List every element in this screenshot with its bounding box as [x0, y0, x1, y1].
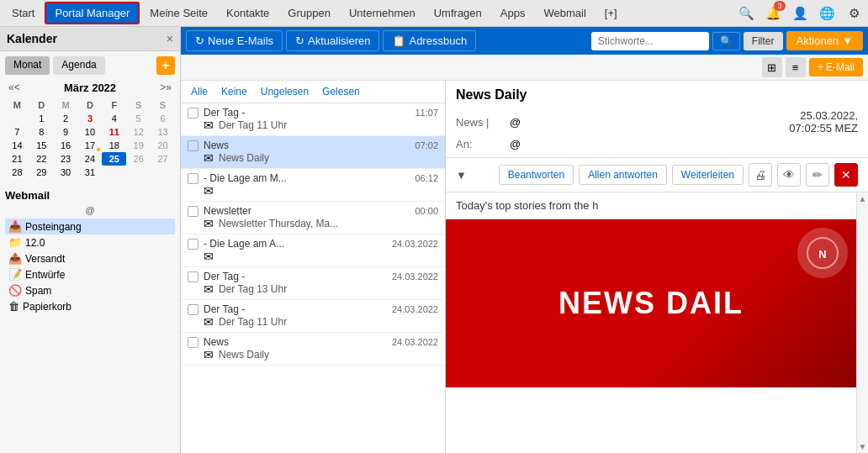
- calendar-day[interactable]: 5: [126, 112, 151, 125]
- webmail-folder-versandt[interactable]: 📤Versandt: [5, 250, 175, 266]
- scroll-up-arrow[interactable]: ▲: [859, 192, 867, 205]
- calendar-day[interactable]: 26: [126, 152, 151, 166]
- email-checkbox[interactable]: [188, 140, 198, 151]
- calendar-tab-month[interactable]: Monat: [5, 56, 50, 75]
- calendar-day[interactable]: 19: [126, 139, 151, 152]
- nav-item-plus[interactable]: [+]: [596, 3, 626, 23]
- grid-view-icon-btn[interactable]: ⊞: [762, 57, 782, 77]
- calendar-day[interactable]: 4: [102, 112, 126, 125]
- refresh-button[interactable]: ↻ Aktualisieren: [286, 30, 379, 51]
- nav-item-portal-manager[interactable]: Portal Manager: [45, 2, 140, 24]
- nav-item-umfragen[interactable]: Umfragen: [426, 3, 490, 23]
- scroll-down-arrow[interactable]: ▼: [859, 440, 867, 453]
- nav-item-gruppen[interactable]: Gruppen: [279, 3, 339, 23]
- calendar-day[interactable]: 31: [78, 166, 103, 179]
- nav-item-kontakte[interactable]: Kontakte: [218, 3, 278, 23]
- email-sender: News: [204, 140, 410, 151]
- calendar-prev-prev-arrow[interactable]: «<: [5, 80, 24, 95]
- calendar-day[interactable]: 25: [102, 152, 126, 166]
- reply-button[interactable]: Beantworten: [499, 165, 574, 185]
- webmail-folder-posteingang[interactable]: 📥Posteingang: [5, 219, 175, 234]
- webmail-folder-12.0[interactable]: 📁12.0: [5, 234, 175, 250]
- search-input[interactable]: [591, 32, 709, 50]
- calendar-day[interactable]: 1: [29, 112, 54, 125]
- email-checkbox[interactable]: [188, 108, 198, 119]
- calendar-day[interactable]: 12: [126, 125, 151, 139]
- search-button[interactable]: 🔍: [712, 32, 740, 50]
- email-list-item[interactable]: Newsletter00:00✉Newsletter Thursday, Ma.…: [181, 202, 445, 234]
- email-checkbox[interactable]: [188, 206, 198, 217]
- filter-tab-unread[interactable]: Ungelesen: [257, 84, 312, 99]
- calendar-day[interactable]: 24: [78, 152, 103, 166]
- calendar-add-button[interactable]: +: [156, 56, 175, 75]
- filter-button[interactable]: Filter: [744, 32, 783, 50]
- filter-tab-none[interactable]: Keine: [218, 84, 251, 99]
- nav-item-webmail[interactable]: Webmail: [535, 3, 594, 23]
- email-list-item[interactable]: Der Tag -24.03.2022✉Der Tag 11 Uhr: [181, 300, 445, 333]
- calendar-day[interactable]: 18: [102, 139, 126, 152]
- nav-item-start[interactable]: Start: [3, 3, 43, 23]
- list-view-icon-btn[interactable]: ≡: [786, 57, 806, 77]
- expand-icon[interactable]: ▼: [456, 169, 467, 182]
- calendar-day[interactable]: 6: [151, 112, 175, 125]
- email-list-item[interactable]: News24.03.2022✉News Daily: [181, 333, 445, 366]
- user-icon-btn[interactable]: 👤: [789, 3, 811, 24]
- actions-button[interactable]: Aktionen ▼: [786, 31, 863, 50]
- calendar-day[interactable]: 23: [54, 152, 78, 166]
- calendar-day[interactable]: 17: [78, 139, 103, 152]
- calendar-day[interactable]: 7: [5, 125, 29, 139]
- address-book-button[interactable]: 📋 Adressbuch: [383, 30, 476, 51]
- calendar-day[interactable]: 8: [29, 125, 54, 139]
- email-checkbox[interactable]: [188, 337, 198, 348]
- forward-button[interactable]: Weiterleiten: [672, 165, 744, 185]
- new-emails-button[interactable]: ↻ Neue E-Mails: [186, 30, 283, 51]
- calendar-day[interactable]: 29: [29, 166, 54, 179]
- calendar-day[interactable]: 11: [102, 125, 126, 139]
- calendar-day[interactable]: 30: [54, 166, 78, 179]
- calendar-day[interactable]: 3: [78, 112, 103, 125]
- email-checkbox[interactable]: [188, 271, 198, 282]
- webmail-folder-spam[interactable]: 🚫Spam: [5, 282, 175, 298]
- calendar-day[interactable]: 15: [29, 139, 54, 152]
- calendar-day[interactable]: 14: [5, 139, 29, 152]
- nav-item-apps[interactable]: Apps: [492, 3, 534, 23]
- calendar-day[interactable]: 20: [151, 139, 175, 152]
- calendar-day[interactable]: 13: [151, 125, 175, 139]
- email-list-item[interactable]: Der Tag -24.03.2022✉Der Tag 13 Uhr: [181, 267, 445, 300]
- calendar-day[interactable]: 2: [54, 112, 78, 125]
- calendar-day[interactable]: 16: [54, 139, 78, 152]
- calendar-next-next-arrow[interactable]: >»: [156, 80, 175, 95]
- close-button[interactable]: ✕: [834, 163, 858, 187]
- email-checkbox[interactable]: [188, 304, 198, 315]
- search-icon-btn[interactable]: 🔍: [735, 3, 757, 24]
- print-button[interactable]: 🖨: [749, 163, 772, 187]
- view-button[interactable]: 👁: [777, 163, 801, 187]
- calendar-day[interactable]: 28: [5, 166, 29, 179]
- sidebar-close-button[interactable]: ×: [167, 32, 173, 45]
- email-sender: - Die Lage am M...: [204, 172, 410, 184]
- calendar-day[interactable]: 27: [151, 152, 175, 166]
- filter-tab-read[interactable]: Gelesen: [319, 84, 363, 99]
- nav-item-meine-seite[interactable]: Meine Seite: [141, 3, 216, 23]
- calendar-tab-agenda[interactable]: Agenda: [53, 56, 104, 75]
- notifications-icon-btn[interactable]: 🔔 3: [762, 3, 784, 24]
- calendar-day[interactable]: 22: [29, 152, 54, 166]
- edit-button[interactable]: ✏: [806, 163, 829, 187]
- settings-icon-btn[interactable]: ⚙: [843, 3, 865, 24]
- filter-tab-all[interactable]: Alle: [188, 84, 211, 99]
- email-list-item[interactable]: - Die Lage am A...24.03.2022✉: [181, 234, 445, 267]
- nav-item-unternehmen[interactable]: Unternehmen: [341, 3, 424, 23]
- webmail-folder-papierkorb[interactable]: 🗑Papierkorb: [5, 298, 175, 314]
- calendar-day[interactable]: 9: [54, 125, 78, 139]
- email-checkbox[interactable]: [188, 239, 198, 250]
- email-list-item[interactable]: - Die Lage am M...06:12✉: [181, 169, 445, 202]
- email-list-item[interactable]: News07:02✉News Daily: [181, 136, 445, 169]
- reply-all-button[interactable]: Allen antworten: [579, 165, 667, 185]
- webmail-folder-entwürfe[interactable]: 📝Entwürfe: [5, 266, 175, 282]
- calendar-day[interactable]: 21: [5, 152, 29, 166]
- email-checkbox[interactable]: [188, 173, 198, 184]
- email-list-item[interactable]: Der Tag -11:07✉Der Tag 11 Uhr: [181, 103, 445, 136]
- calendar-day[interactable]: 10: [78, 125, 103, 139]
- compose-email-button[interactable]: + E-Mail: [809, 58, 863, 76]
- globe-icon-btn[interactable]: 🌐: [816, 3, 838, 24]
